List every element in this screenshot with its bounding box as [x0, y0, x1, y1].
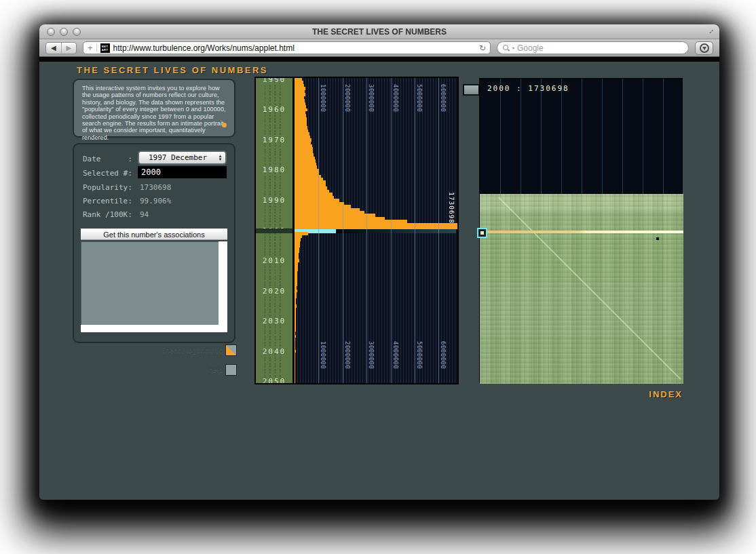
- index-gridline: [663, 79, 664, 194]
- get-associations-button[interactable]: Get this number's associations: [81, 229, 227, 240]
- index-gridline: [521, 79, 521, 194]
- index-gridline: [500, 79, 501, 194]
- number-index-heatmap[interactable]: [480, 194, 683, 384]
- help-label[interactable]: help: [107, 365, 223, 374]
- x-gridline: [415, 78, 415, 383]
- page-title: THE SECRET LIVES OF NUMBERS: [77, 65, 268, 75]
- index-panel[interactable]: 2000 : 1730698: [479, 78, 683, 383]
- url-text[interactable]: http://www.turbulence.org/Works/nums/app…: [113, 43, 476, 53]
- x-tick-label: 6000000: [440, 84, 447, 112]
- x-tick-label: 5000000: [416, 341, 423, 369]
- x-tick-label: 6000000: [440, 341, 447, 369]
- browser-toolbar: ◀ ▶ + NETART http://www.turbulence.org/W…: [39, 39, 719, 57]
- histogram-bars-area[interactable]: 1730698 10000001000000200000020000003000…: [295, 78, 457, 383]
- selected-row-highlight: [480, 231, 683, 233]
- percentile-value: 99.906%: [140, 197, 171, 205]
- index-gridline: [622, 79, 623, 194]
- title-bar[interactable]: THE SECRET LIVES OF NUMBERS ↔: [39, 24, 719, 39]
- index-gridline: [582, 79, 582, 194]
- x-tick-label: 3000000: [368, 341, 375, 369]
- popularity-label: Popularity:: [83, 183, 132, 192]
- add-bookmark-icon[interactable]: +: [88, 42, 93, 54]
- x-gridline: [438, 78, 439, 383]
- associations-list: [81, 241, 219, 325]
- selection-readout: 2000 : 1730698: [487, 84, 569, 93]
- x-tick-label: 2000000: [344, 341, 351, 369]
- rank-label: Rank /100K:: [83, 210, 132, 219]
- controls-panel: Date : 1997 December ▲▼ Selected #: 2000…: [73, 143, 235, 343]
- stepper-arrows-icon[interactable]: ▲▼: [216, 155, 225, 161]
- selected-number-label: Selected #:: [83, 169, 132, 178]
- intro-text: This interactive system invites you to e…: [82, 85, 227, 141]
- index-gridline: [602, 79, 603, 194]
- associations-scroll-area[interactable]: [81, 241, 227, 332]
- x-gridline: [366, 78, 367, 383]
- percentile-label: Percentile:: [83, 197, 132, 205]
- x-tick-label: 2000000: [344, 84, 351, 112]
- date-label: Date :: [83, 155, 132, 163]
- linear-logarithmic-checkbox[interactable]: [225, 344, 237, 356]
- reload-icon[interactable]: ↻: [479, 43, 486, 53]
- search-placeholder[interactable]: Google: [517, 43, 544, 53]
- site-favicon: NETART: [100, 43, 110, 53]
- date-dropdown[interactable]: 1997 December ▲▼: [138, 151, 227, 165]
- histogram-chart[interactable]: 1950195119521953195419551956195719581959…: [254, 77, 459, 384]
- decade-tick-label: 2050: [256, 377, 292, 383]
- x-tick-label: 4000000: [392, 84, 399, 112]
- popularity-value: 1730698: [140, 183, 171, 192]
- x-tick-label: 4000000: [392, 341, 399, 369]
- back-button[interactable]: ◀: [46, 43, 61, 54]
- page-top-strip: [39, 57, 719, 62]
- x-gridline: [343, 78, 343, 383]
- x-tick-label: 3000000: [368, 84, 375, 112]
- date-dropdown-value: 1997 December: [139, 153, 216, 162]
- intro-panel: This interactive system invites you to e…: [73, 79, 235, 138]
- download-icon: [700, 43, 709, 53]
- x-tick-label: 1000000: [320, 341, 326, 369]
- x-gridline: [318, 78, 319, 383]
- divider: [96, 43, 97, 52]
- rank-value: 94: [140, 210, 149, 219]
- index-caption: INDEX: [646, 389, 683, 399]
- forward-button[interactable]: ▶: [61, 43, 77, 54]
- orange-dot-icon: [222, 123, 227, 127]
- year-axis-column[interactable]: 1950195119521953195419551956195719581959…: [256, 78, 292, 383]
- search-icon: [503, 45, 510, 52]
- index-gridline: [643, 79, 643, 194]
- index-gridline: [541, 79, 542, 194]
- panel-divider-handle[interactable]: [463, 84, 480, 96]
- download-button[interactable]: [695, 41, 713, 55]
- index-gridline: [561, 79, 562, 194]
- nav-buttons: ◀ ▶: [45, 42, 77, 54]
- selected-bar-value-label: 1730698: [448, 192, 455, 224]
- search-engine-caret-icon[interactable]: ▾: [512, 45, 514, 50]
- heatmap-diagonal-feature: [498, 197, 681, 380]
- selected-number-input[interactable]: 2000: [138, 166, 227, 178]
- address-bar[interactable]: + NETART http://www.turbulence.org/Works…: [83, 41, 491, 54]
- x-tick-label: 5000000: [416, 84, 423, 112]
- linear-logarithmic-label[interactable]: linear / logarithmic: [107, 346, 223, 354]
- search-field[interactable]: ▾ Google: [497, 41, 689, 54]
- year-bar[interactable]: [295, 380, 295, 383]
- x-tick-label: 1000000: [320, 84, 326, 112]
- x-gridline: [391, 78, 392, 383]
- page-content: THE SECRET LIVES OF NUMBERS This interac…: [39, 57, 719, 500]
- window-title: THE SECRET LIVES OF NUMBERS: [39, 27, 719, 37]
- help-checkbox[interactable]: [225, 364, 237, 376]
- browser-window: THE SECRET LIVES OF NUMBERS ↔ ◀ ▶ + NETA…: [39, 24, 719, 500]
- selection-marker[interactable]: [477, 228, 487, 238]
- heatmap-dark-dot: [656, 237, 659, 240]
